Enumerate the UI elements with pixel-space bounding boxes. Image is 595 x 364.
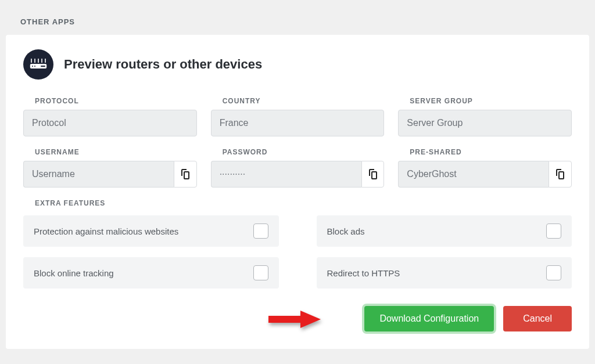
password-input[interactable]: ·········· bbox=[211, 161, 361, 188]
cancel-button[interactable]: Cancel bbox=[503, 306, 572, 331]
svg-point-6 bbox=[32, 66, 33, 67]
page-header: OTHER APPS bbox=[6, 6, 589, 35]
feature-ads-label: Block ads bbox=[327, 226, 365, 236]
feature-tracking-label: Block online tracking bbox=[34, 268, 114, 278]
preshared-label: PRE-SHARED bbox=[410, 148, 572, 156]
copy-preshared-button[interactable] bbox=[549, 161, 572, 188]
download-configuration-button[interactable]: Download Configuration bbox=[364, 306, 494, 331]
card-title-row: Preview routers or other devices bbox=[23, 49, 572, 80]
username-label: USERNAME bbox=[35, 148, 197, 156]
copy-icon bbox=[555, 169, 565, 179]
router-icon bbox=[23, 49, 53, 80]
card-title: Preview routers or other devices bbox=[64, 57, 262, 72]
extra-features-label: EXTRA FEATURES bbox=[35, 199, 572, 207]
feature-tracking[interactable]: Block online tracking bbox=[23, 257, 279, 289]
svg-point-7 bbox=[34, 66, 35, 67]
password-label: PASSWORD bbox=[223, 148, 385, 156]
feature-malicious-label: Protection against malicious websites bbox=[34, 226, 178, 236]
feature-https[interactable]: Redirect to HTTPS bbox=[317, 257, 572, 289]
server-group-label: SERVER GROUP bbox=[410, 97, 572, 105]
copy-username-button[interactable] bbox=[174, 161, 197, 188]
copy-icon bbox=[181, 169, 190, 179]
feature-malicious-checkbox[interactable] bbox=[253, 224, 268, 239]
svg-marker-9 bbox=[268, 311, 321, 328]
feature-ads[interactable]: Block ads bbox=[317, 215, 572, 247]
svg-rect-8 bbox=[41, 66, 45, 67]
country-select[interactable]: France bbox=[211, 110, 385, 136]
device-config-card: Preview routers or other devices PROTOCO… bbox=[6, 35, 589, 349]
arrow-annotation bbox=[268, 311, 321, 330]
username-input[interactable]: Username bbox=[23, 161, 174, 188]
feature-malicious[interactable]: Protection against malicious websites bbox=[23, 215, 279, 247]
country-label: COUNTRY bbox=[223, 97, 385, 105]
copy-icon bbox=[368, 169, 378, 179]
copy-password-button[interactable] bbox=[361, 161, 385, 188]
server-group-select[interactable]: Server Group bbox=[398, 110, 572, 136]
feature-https-label: Redirect to HTTPS bbox=[327, 268, 400, 278]
feature-tracking-checkbox[interactable] bbox=[253, 265, 268, 280]
protocol-select[interactable]: Protocol bbox=[23, 110, 197, 136]
preshared-input[interactable]: CyberGhost bbox=[398, 161, 549, 188]
protocol-label: PROTOCOL bbox=[35, 97, 197, 105]
feature-ads-checkbox[interactable] bbox=[546, 224, 561, 239]
feature-https-checkbox[interactable] bbox=[546, 265, 561, 280]
